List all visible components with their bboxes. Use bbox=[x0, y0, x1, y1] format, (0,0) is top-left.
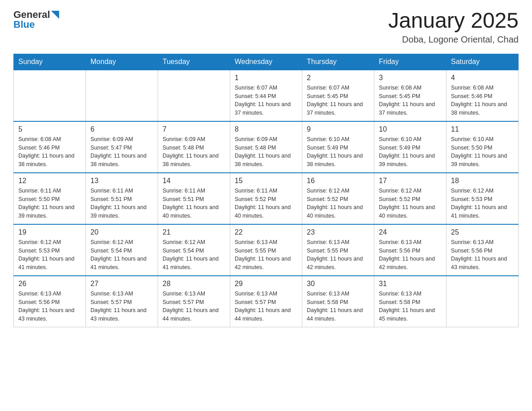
calendar-week-row: 19Sunrise: 6:12 AMSunset: 5:53 PMDayligh… bbox=[14, 224, 519, 276]
calendar-cell bbox=[158, 70, 230, 121]
day-number: 15 bbox=[235, 177, 297, 185]
day-info: Sunrise: 6:09 AMSunset: 5:48 PMDaylight:… bbox=[163, 135, 225, 169]
day-info: Sunrise: 6:13 AMSunset: 5:58 PMDaylight:… bbox=[307, 290, 369, 323]
month-title: January 2025 bbox=[388, 9, 519, 33]
day-number: 12 bbox=[18, 177, 81, 185]
calendar-cell: 29Sunrise: 6:13 AMSunset: 5:57 PMDayligh… bbox=[230, 276, 302, 327]
day-number: 22 bbox=[235, 228, 297, 236]
weekday-header-thursday: Thursday bbox=[302, 54, 374, 70]
calendar-cell: 3Sunrise: 6:08 AMSunset: 5:45 PMDaylight… bbox=[374, 70, 446, 121]
day-number: 10 bbox=[379, 125, 442, 133]
day-number: 18 bbox=[451, 177, 514, 185]
calendar-cell: 8Sunrise: 6:09 AMSunset: 5:48 PMDaylight… bbox=[230, 121, 302, 173]
calendar-cell: 24Sunrise: 6:13 AMSunset: 5:56 PMDayligh… bbox=[374, 224, 446, 276]
day-number: 24 bbox=[379, 228, 442, 236]
svg-marker-0 bbox=[51, 11, 59, 19]
day-number: 31 bbox=[379, 280, 442, 288]
day-number: 21 bbox=[163, 228, 225, 236]
day-info: Sunrise: 6:12 AMSunset: 5:53 PMDaylight:… bbox=[18, 238, 81, 272]
calendar-cell: 9Sunrise: 6:10 AMSunset: 5:49 PMDaylight… bbox=[302, 121, 374, 173]
logo-blue: Blue bbox=[13, 19, 35, 30]
calendar-cell: 4Sunrise: 6:08 AMSunset: 5:46 PMDaylight… bbox=[446, 70, 519, 121]
day-info: Sunrise: 6:12 AMSunset: 5:52 PMDaylight:… bbox=[379, 187, 442, 220]
day-number: 26 bbox=[18, 280, 81, 288]
calendar-cell: 7Sunrise: 6:09 AMSunset: 5:48 PMDaylight… bbox=[158, 121, 230, 173]
day-info: Sunrise: 6:09 AMSunset: 5:48 PMDaylight:… bbox=[235, 135, 297, 169]
day-number: 4 bbox=[451, 74, 514, 82]
day-number: 30 bbox=[307, 280, 369, 288]
calendar-cell bbox=[14, 70, 86, 121]
page-header: General Blue January 2025 Doba, Logone O… bbox=[13, 9, 519, 45]
calendar-cell bbox=[86, 70, 158, 121]
calendar-cell: 26Sunrise: 6:13 AMSunset: 5:56 PMDayligh… bbox=[14, 276, 86, 327]
day-info: Sunrise: 6:13 AMSunset: 5:55 PMDaylight:… bbox=[307, 238, 369, 272]
day-info: Sunrise: 6:13 AMSunset: 5:55 PMDaylight:… bbox=[235, 238, 297, 272]
location: Doba, Logone Oriental, Chad bbox=[388, 34, 519, 45]
logo-triangle-icon bbox=[51, 11, 59, 20]
weekday-header-friday: Friday bbox=[374, 54, 446, 70]
day-info: Sunrise: 6:11 AMSunset: 5:52 PMDaylight:… bbox=[235, 187, 297, 220]
calendar-week-row: 1Sunrise: 6:07 AMSunset: 5:44 PMDaylight… bbox=[14, 70, 519, 121]
calendar-cell: 22Sunrise: 6:13 AMSunset: 5:55 PMDayligh… bbox=[230, 224, 302, 276]
calendar-week-row: 5Sunrise: 6:08 AMSunset: 5:46 PMDaylight… bbox=[14, 121, 519, 173]
day-number: 7 bbox=[163, 125, 225, 133]
calendar-cell: 13Sunrise: 6:11 AMSunset: 5:51 PMDayligh… bbox=[86, 173, 158, 224]
day-info: Sunrise: 6:08 AMSunset: 5:46 PMDaylight:… bbox=[451, 84, 514, 117]
day-info: Sunrise: 6:11 AMSunset: 5:51 PMDaylight:… bbox=[90, 187, 153, 220]
day-number: 17 bbox=[379, 177, 442, 185]
day-info: Sunrise: 6:12 AMSunset: 5:53 PMDaylight:… bbox=[451, 187, 514, 220]
calendar-cell: 11Sunrise: 6:10 AMSunset: 5:50 PMDayligh… bbox=[446, 121, 519, 173]
day-info: Sunrise: 6:13 AMSunset: 5:56 PMDaylight:… bbox=[379, 238, 442, 272]
calendar-cell: 16Sunrise: 6:12 AMSunset: 5:52 PMDayligh… bbox=[302, 173, 374, 224]
day-number: 25 bbox=[451, 228, 514, 236]
day-info: Sunrise: 6:11 AMSunset: 5:50 PMDaylight:… bbox=[18, 187, 81, 220]
day-number: 5 bbox=[18, 125, 81, 133]
day-number: 27 bbox=[90, 280, 153, 288]
calendar-cell: 27Sunrise: 6:13 AMSunset: 5:57 PMDayligh… bbox=[86, 276, 158, 327]
calendar-week-row: 26Sunrise: 6:13 AMSunset: 5:56 PMDayligh… bbox=[14, 276, 519, 327]
calendar-cell: 25Sunrise: 6:13 AMSunset: 5:56 PMDayligh… bbox=[446, 224, 519, 276]
calendar-cell: 1Sunrise: 6:07 AMSunset: 5:44 PMDaylight… bbox=[230, 70, 302, 121]
day-number: 6 bbox=[90, 125, 153, 133]
calendar-cell: 14Sunrise: 6:11 AMSunset: 5:51 PMDayligh… bbox=[158, 173, 230, 224]
day-number: 3 bbox=[379, 74, 442, 82]
day-number: 9 bbox=[307, 125, 369, 133]
day-info: Sunrise: 6:13 AMSunset: 5:56 PMDaylight:… bbox=[18, 290, 81, 323]
day-number: 23 bbox=[307, 228, 369, 236]
weekday-header-tuesday: Tuesday bbox=[158, 54, 230, 70]
calendar-cell: 12Sunrise: 6:11 AMSunset: 5:50 PMDayligh… bbox=[14, 173, 86, 224]
day-info: Sunrise: 6:12 AMSunset: 5:54 PMDaylight:… bbox=[163, 238, 225, 272]
calendar-cell: 15Sunrise: 6:11 AMSunset: 5:52 PMDayligh… bbox=[230, 173, 302, 224]
day-info: Sunrise: 6:13 AMSunset: 5:57 PMDaylight:… bbox=[235, 290, 297, 323]
calendar-cell: 17Sunrise: 6:12 AMSunset: 5:52 PMDayligh… bbox=[374, 173, 446, 224]
calendar-cell: 31Sunrise: 6:13 AMSunset: 5:58 PMDayligh… bbox=[374, 276, 446, 327]
calendar-cell: 23Sunrise: 6:13 AMSunset: 5:55 PMDayligh… bbox=[302, 224, 374, 276]
calendar-table: SundayMondayTuesdayWednesdayThursdayFrid… bbox=[13, 54, 519, 327]
day-number: 8 bbox=[235, 125, 297, 133]
day-info: Sunrise: 6:08 AMSunset: 5:45 PMDaylight:… bbox=[379, 84, 442, 117]
day-info: Sunrise: 6:13 AMSunset: 5:57 PMDaylight:… bbox=[163, 290, 225, 323]
day-info: Sunrise: 6:13 AMSunset: 5:56 PMDaylight:… bbox=[451, 238, 514, 272]
calendar-cell: 30Sunrise: 6:13 AMSunset: 5:58 PMDayligh… bbox=[302, 276, 374, 327]
day-number: 2 bbox=[307, 74, 369, 82]
calendar-cell: 2Sunrise: 6:07 AMSunset: 5:45 PMDaylight… bbox=[302, 70, 374, 121]
day-info: Sunrise: 6:08 AMSunset: 5:46 PMDaylight:… bbox=[18, 135, 81, 169]
day-number: 13 bbox=[90, 177, 153, 185]
day-number: 11 bbox=[451, 125, 514, 133]
logo[interactable]: General Blue bbox=[13, 9, 59, 30]
day-number: 14 bbox=[163, 177, 225, 185]
calendar-cell: 5Sunrise: 6:08 AMSunset: 5:46 PMDaylight… bbox=[14, 121, 86, 173]
calendar-cell: 6Sunrise: 6:09 AMSunset: 5:47 PMDaylight… bbox=[86, 121, 158, 173]
weekday-header-sunday: Sunday bbox=[14, 54, 86, 70]
day-number: 16 bbox=[307, 177, 369, 185]
day-number: 29 bbox=[235, 280, 297, 288]
day-number: 19 bbox=[18, 228, 81, 236]
weekday-header-row: SundayMondayTuesdayWednesdayThursdayFrid… bbox=[14, 54, 519, 70]
day-info: Sunrise: 6:11 AMSunset: 5:51 PMDaylight:… bbox=[163, 187, 225, 220]
title-section: January 2025 Doba, Logone Oriental, Chad bbox=[388, 9, 519, 45]
calendar-cell: 28Sunrise: 6:13 AMSunset: 5:57 PMDayligh… bbox=[158, 276, 230, 327]
calendar-cell: 20Sunrise: 6:12 AMSunset: 5:54 PMDayligh… bbox=[86, 224, 158, 276]
day-info: Sunrise: 6:10 AMSunset: 5:50 PMDaylight:… bbox=[451, 135, 514, 169]
calendar-cell: 10Sunrise: 6:10 AMSunset: 5:49 PMDayligh… bbox=[374, 121, 446, 173]
day-info: Sunrise: 6:07 AMSunset: 5:44 PMDaylight:… bbox=[235, 84, 297, 117]
